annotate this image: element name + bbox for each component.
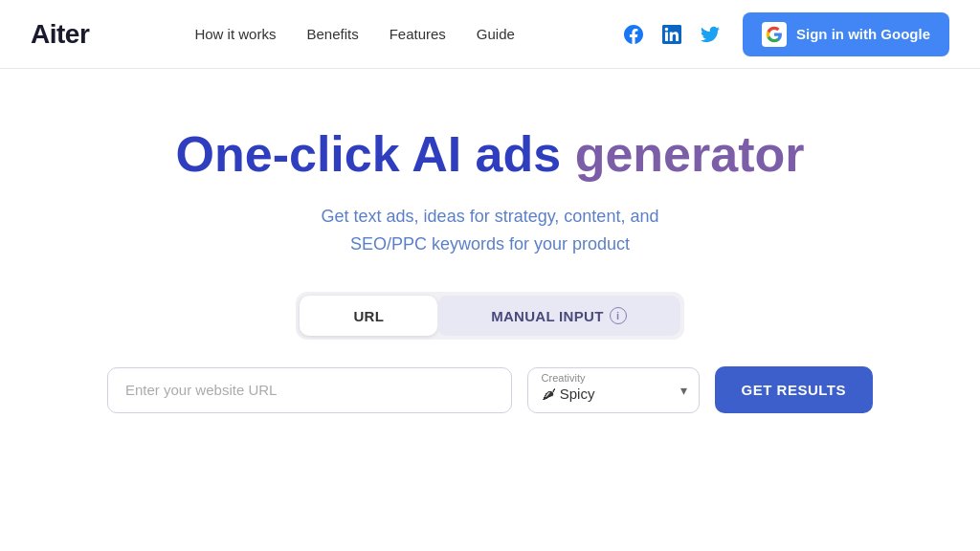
get-results-button[interactable]: GET RESULTS	[715, 366, 873, 413]
url-input[interactable]	[125, 382, 494, 398]
facebook-icon[interactable]	[620, 21, 647, 48]
header: Aiter How it works Benefits Features Gui…	[0, 0, 980, 69]
linkedin-icon[interactable]	[658, 21, 685, 48]
hero-subtitle-line2: SEO/PPC keywords for your product	[350, 234, 630, 253]
tab-manual-input[interactable]: MANUAL INPUT i	[437, 296, 679, 336]
input-row: Creativity 🌶 Spicy 🎨 Creative 🔬 Precise …	[107, 366, 873, 413]
info-icon: i	[610, 307, 627, 324]
hero-subtitle-line1: Get text ads, ideas for strategy, conten…	[322, 207, 659, 226]
creativity-select-wrap: Creativity 🌶 Spicy 🎨 Creative 🔬 Precise …	[527, 367, 700, 413]
tab-manual-label: MANUAL INPUT	[491, 308, 603, 324]
nav-guide[interactable]: Guide	[477, 26, 515, 42]
sign-in-button[interactable]: Sign in with Google	[743, 12, 949, 56]
social-icons	[620, 21, 724, 48]
header-right: Sign in with Google	[620, 12, 949, 56]
tab-url[interactable]: URL	[300, 296, 437, 336]
hero-title-part1: One-click AI ads	[176, 126, 562, 182]
nav-features[interactable]: Features	[390, 26, 446, 42]
main-nav: How it works Benefits Features Guide	[194, 26, 514, 42]
creativity-label: Creativity	[542, 372, 685, 384]
twitter-icon[interactable]	[697, 21, 724, 48]
nav-benefits[interactable]: Benefits	[306, 26, 358, 42]
nav-how-it-works[interactable]: How it works	[194, 26, 276, 42]
google-icon	[762, 22, 787, 47]
creativity-select[interactable]: 🌶 Spicy 🎨 Creative 🔬 Precise	[542, 386, 685, 402]
main-content: One-click AI ads generator Get text ads,…	[0, 69, 980, 413]
sign-in-label: Sign in with Google	[796, 26, 930, 42]
url-input-wrap	[107, 367, 512, 413]
hero-title-part2: generator	[575, 126, 805, 182]
hero-subtitle: Get text ads, ideas for strategy, conten…	[322, 203, 659, 258]
tab-container: URL MANUAL INPUT i	[296, 292, 683, 340]
hero-title: One-click AI ads generator	[176, 126, 805, 184]
logo: Aiter	[31, 19, 89, 50]
